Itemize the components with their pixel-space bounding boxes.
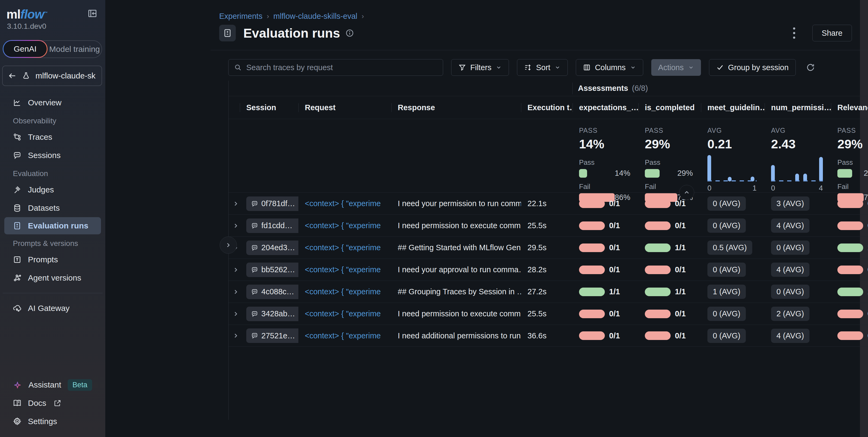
session-pill[interactable]: 204ed342-… [246,240,299,255]
col-header-relevance[interactable]: Relevance [831,103,868,112]
avg-value-pill: 0 (AVG) [707,307,746,321]
session-cell[interactable]: 204ed342-… [240,240,299,255]
request-cell[interactable]: <context> { "experime [299,265,391,274]
sidebar-item-settings[interactable]: Settings [0,412,105,431]
search-box[interactable] [228,59,443,76]
row-expand-chevron-icon[interactable] [228,311,240,317]
table-row[interactable]: 204ed342-… <context> { "experime ## Gett… [228,236,868,259]
col-header-num-permissions[interactable]: num_permissi… [765,103,831,112]
sort-button[interactable]: Sort [517,59,568,76]
request-link[interactable]: <context> { "experime [305,243,381,252]
share-button[interactable]: Share [812,25,852,41]
session-pill[interactable]: bb5262eb-… [246,263,299,277]
columns-button[interactable]: Columns [576,59,643,76]
request-link[interactable]: <context> { "experime [305,221,381,230]
open-side-panel-button[interactable] [220,236,237,254]
back-arrow-icon[interactable] [8,71,17,80]
table-row[interactable]: 0f781df8-4… <context> { "experime I need… [228,193,868,214]
request-cell[interactable]: <context> { "experime [299,331,391,340]
collapse-summary-button[interactable] [679,185,694,200]
table-row[interactable]: 27521ed0-… <context> { "experime I need … [228,325,868,347]
sidebar-item-ai-gateway[interactable]: AI Gateway [0,299,105,317]
session-cell[interactable]: 0f781df8-4… [240,197,299,211]
group-by-session-button[interactable]: Group by session [709,59,796,76]
fraction-value: 0/1 [675,331,686,340]
response-cell[interactable]: I need permission to execute comm… [391,221,521,230]
response-cell[interactable]: ## Grouping Traces by Session in … [391,287,521,296]
table-row[interactable]: bb5262eb-… <context> { "experime I need … [228,259,868,281]
sidebar-item-overview[interactable]: Overview [0,93,105,112]
request-link[interactable]: <context> { "experime [305,199,381,208]
sidebar-item-docs[interactable]: Docs [0,394,105,412]
session-pill[interactable]: 3428ab60-… [246,307,299,321]
session-pill[interactable]: fd1cdd45-… [246,218,299,233]
response-cell[interactable]: I need your permission to run comm… [391,199,521,208]
response-cell[interactable]: I need additional permissions to run… [391,331,521,340]
request-cell[interactable]: <context> { "experime [299,309,391,318]
search-input[interactable] [246,63,437,72]
col-header-expectations[interactable]: expectations_… [572,103,639,112]
table-row[interactable]: fd1cdd45-… <context> { "experime I need … [228,214,868,236]
sidebar-item-judges[interactable]: Judges [0,181,105,199]
request-link[interactable]: <context> { "experime [305,331,381,340]
col-header-request[interactable]: Request [299,103,391,112]
breadcrumb-experiments[interactable]: Experiments [219,12,262,21]
row-expand-chevron-icon[interactable] [228,200,240,207]
info-icon[interactable] [345,29,354,37]
col-header-response[interactable]: Response [391,103,521,112]
response-cell[interactable]: ## Getting Started with MLflow Gen… [391,243,521,252]
sidebar-item-traces[interactable]: Traces [0,128,105,146]
breadcrumb-separator: › [267,12,269,21]
sidebar-item-sessions[interactable]: Sessions [0,146,105,165]
avg-value-pill: 0 (AVG) [707,263,746,277]
request-link[interactable]: <context> { "experime [305,287,381,296]
response-cell[interactable]: I need your approval to run comma… [391,265,521,274]
col-header-execution[interactable]: Execution t… [521,103,572,112]
network-icon [13,273,22,282]
sidebar-item-datasets[interactable]: Datasets [0,199,105,217]
col-header-session[interactable]: Session [240,103,299,112]
col-header-meet-guidelines[interactable]: meet_guidelin… [701,103,765,112]
overflow-menu-icon[interactable] [790,25,798,41]
actions-button[interactable]: Actions [651,59,701,76]
refresh-icon[interactable] [804,61,817,74]
session-id: 4c088ca0-… [261,287,297,296]
session-pill[interactable]: 27521ed0-… [246,328,299,343]
fraction-value: 0/1 [609,265,620,274]
session-pill[interactable]: 0f781df8-4… [246,197,299,211]
request-link[interactable]: <context> { "experime [305,265,381,274]
session-cell[interactable]: 4c088ca0-… [240,285,299,299]
tab-genai[interactable]: GenAI [3,40,48,58]
filters-button[interactable]: Filters [451,59,509,76]
fail-result-bar [579,222,605,230]
row-expand-chevron-icon[interactable] [228,332,240,339]
experiment-selector[interactable]: mlflow-claude-sk... [2,65,102,86]
response-cell[interactable]: I need permission to execute comm… [391,309,521,318]
session-cell[interactable]: 27521ed0-… [240,328,299,343]
request-cell[interactable]: <context> { "experime [299,199,391,208]
request-cell[interactable]: <context> { "experime [299,287,391,296]
session-pill[interactable]: 4c088ca0-… [246,285,299,299]
breadcrumb-experiment-name[interactable]: mlflow-claude-skills-eval [273,12,358,21]
session-cell[interactable]: fd1cdd45-… [240,218,299,233]
col-header-is-completed[interactable]: is_completed [639,103,701,112]
tab-model-training[interactable]: Model training [48,45,101,54]
avg-value-pill: 4 (AVG) [771,329,809,343]
collapse-sidebar-icon[interactable] [86,7,99,20]
sidebar-item-agent-versions[interactable]: Agent versions [0,269,105,287]
row-expand-chevron-icon[interactable] [228,222,240,229]
sidebar-item-assistant[interactable]: Assistant Beta [0,376,105,394]
sidebar-item-prompts[interactable]: Prompts [0,251,105,269]
request-cell[interactable]: <context> { "experime [299,221,391,230]
mode-toggle: GenAI Model training [3,40,102,58]
sidebar-item-evaluation-runs[interactable]: Evaluation runs [4,217,101,234]
request-link[interactable]: <context> { "experime [305,309,381,318]
session-cell[interactable]: 3428ab60-… [240,307,299,321]
table-row[interactable]: 3428ab60-… <context> { "experime I need … [228,302,868,325]
row-expand-chevron-icon[interactable] [228,288,240,295]
table-row[interactable]: 4c088ca0-… <context> { "experime ## Grou… [228,281,868,302]
session-cell[interactable]: bb5262eb-… [240,263,299,277]
request-cell[interactable]: <context> { "experime [299,243,391,252]
row-expand-chevron-icon[interactable] [228,266,240,273]
assessment-cell: 4 (AVG) [765,329,831,343]
